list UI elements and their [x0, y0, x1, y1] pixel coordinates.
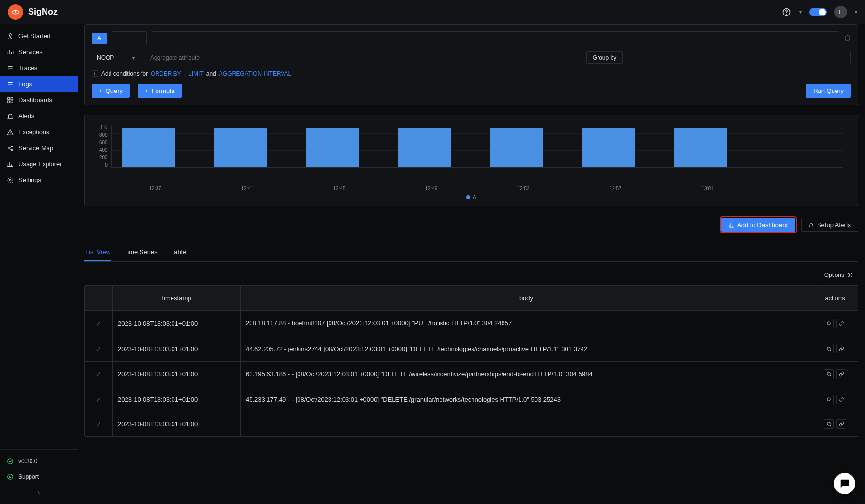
bars-icon — [7, 49, 14, 56]
sidebar-item-label: Dashboards — [18, 96, 52, 104]
help-caret-icon[interactable]: ▾ — [799, 9, 802, 15]
copy-link-button[interactable] — [836, 319, 846, 328]
view-details-button[interactable] — [824, 395, 834, 404]
svg-point-18 — [827, 372, 830, 375]
user-caret-icon[interactable]: ▾ — [855, 9, 857, 15]
svg-point-16 — [827, 321, 830, 324]
tab-list-view[interactable]: List View — [84, 244, 111, 261]
groupby-input[interactable] — [628, 51, 851, 64]
version: v0.30.0 — [0, 454, 78, 469]
cell-timestamp: 2023-10-08T13:03:01+01:00 — [113, 311, 241, 336]
cell-timestamp: 2023-10-08T13:03:01+01:00 — [113, 387, 241, 412]
svg-point-15 — [849, 275, 851, 276]
list-icon — [7, 81, 14, 88]
view-tabs: List ViewTime SeriesTable — [84, 244, 858, 262]
cell-body: 208.18.117.88 - boehm8107 [08/Oct/2023:1… — [241, 311, 812, 336]
setup-alerts-button[interactable]: Setup Alerts — [801, 218, 858, 232]
sidebar-item-traces[interactable]: Traces — [0, 60, 78, 76]
view-details-button[interactable] — [824, 319, 834, 328]
table-header: timestamp body actions — [85, 286, 858, 311]
avatar[interactable]: F — [834, 6, 847, 18]
sidebar-item-label: Service Map — [18, 144, 53, 152]
add-query-button[interactable]: + Query — [92, 84, 130, 98]
orderby-link[interactable]: ORDER BY — [151, 70, 181, 77]
tab-time-series[interactable]: Time Series — [123, 244, 158, 261]
bell-icon — [808, 222, 814, 228]
plus-icon: + — [99, 87, 103, 94]
agg-interval-link[interactable]: AGGREGATION INTERVAL — [219, 70, 291, 77]
query-box-1[interactable] — [112, 31, 147, 45]
sidebar-item-services[interactable]: Services — [0, 44, 78, 60]
query-tag[interactable]: A — [92, 33, 107, 44]
expand-icon[interactable]: ⤢ — [96, 345, 101, 352]
svg-rect-7 — [11, 101, 13, 103]
table-row: ⤢2023-10-08T13:03:01+01:00 — [85, 412, 858, 436]
chart-bar — [398, 128, 451, 167]
view-details-button[interactable] — [824, 369, 834, 379]
add-to-dashboard-button[interactable]: Add to Dashboard — [721, 218, 795, 232]
col-body: body — [241, 286, 812, 310]
svg-point-10 — [11, 149, 12, 150]
query-box-2[interactable] — [152, 31, 839, 45]
aggregate-function-select[interactable]: NOOP▾ — [92, 51, 140, 64]
sidebar-item-settings[interactable]: Settings — [0, 172, 78, 188]
view-details-button[interactable] — [824, 419, 834, 429]
add-formula-button[interactable]: + Formula — [138, 84, 182, 98]
svg-point-14 — [8, 474, 13, 480]
expand-icon[interactable]: ⤢ — [96, 396, 101, 403]
chart-panel: 1 K8006004002000 12:3712:4112:4512:4912:… — [84, 115, 858, 206]
sidebar-item-label: Traces — [18, 64, 37, 72]
expand-icon[interactable]: ⤢ — [96, 420, 101, 428]
add-conditions-row[interactable]: + Add conditions for ORDER BY , LIMIT an… — [92, 70, 851, 77]
refresh-icon[interactable] — [844, 35, 851, 42]
support[interactable]: Support — [0, 469, 78, 485]
sidebar-item-label: Services — [18, 48, 43, 56]
menu-icon — [7, 65, 14, 72]
col-actions: actions — [812, 286, 858, 310]
sidebar-item-exceptions[interactable]: Exceptions — [0, 124, 78, 140]
svg-rect-5 — [11, 97, 13, 99]
chart-bar — [306, 128, 359, 167]
chart-bar — [674, 128, 727, 167]
svg-point-1 — [15, 11, 17, 13]
chat-icon — [839, 478, 850, 489]
copy-link-button[interactable] — [836, 419, 846, 429]
cell-body — [241, 412, 812, 436]
view-details-button[interactable] — [824, 344, 834, 353]
sidebar-item-service-map[interactable]: Service Map — [0, 140, 78, 156]
sidebar-item-label: Logs — [18, 80, 32, 88]
sidebar-item-label: Settings — [18, 176, 41, 183]
sidebar-item-alerts[interactable]: Alerts — [0, 108, 78, 124]
sidebar-item-dashboards[interactable]: Dashboards — [0, 92, 78, 108]
sidebar-item-usage-explorer[interactable]: Usage Explorer — [0, 156, 78, 172]
copy-link-button[interactable] — [836, 344, 846, 353]
limit-link[interactable]: LIMIT — [189, 70, 204, 77]
chat-fab-button[interactable] — [834, 473, 855, 494]
tab-table[interactable]: Table — [170, 244, 187, 261]
expand-icon[interactable]: ⤢ — [96, 320, 101, 327]
sidebar: Get StartedServicesTracesLogsDashboardsA… — [0, 24, 78, 504]
col-timestamp: timestamp — [113, 286, 241, 310]
svg-point-19 — [827, 398, 830, 401]
expand-icon[interactable]: ⤢ — [96, 370, 101, 378]
options-button[interactable]: Options — [819, 269, 858, 281]
help-icon[interactable] — [782, 7, 791, 17]
brand: SigNoz — [8, 4, 58, 20]
copy-link-button[interactable] — [836, 369, 846, 379]
run-query-button[interactable]: Run Query — [806, 84, 851, 98]
svg-point-9 — [11, 146, 12, 147]
grid-icon — [7, 97, 14, 104]
sidebar-collapse-button[interactable] — [0, 485, 78, 500]
copy-link-button[interactable] — [836, 395, 846, 404]
cell-body: 63.195.63.186 - - [08/Oct/2023:12:03:01 … — [241, 362, 812, 386]
theme-toggle[interactable] — [809, 8, 827, 16]
svg-point-11 — [9, 179, 11, 181]
share-icon — [7, 145, 14, 152]
svg-rect-6 — [8, 101, 10, 103]
aggregate-attribute-input[interactable] — [145, 51, 354, 64]
sidebar-item-label: Usage Explorer — [18, 160, 62, 168]
sidebar-item-get-started[interactable]: Get Started — [0, 28, 78, 44]
chart-y-axis: 1 K8006004002000 — [99, 125, 111, 168]
sidebar-item-logs[interactable]: Logs — [0, 76, 78, 92]
svg-point-8 — [8, 147, 9, 148]
